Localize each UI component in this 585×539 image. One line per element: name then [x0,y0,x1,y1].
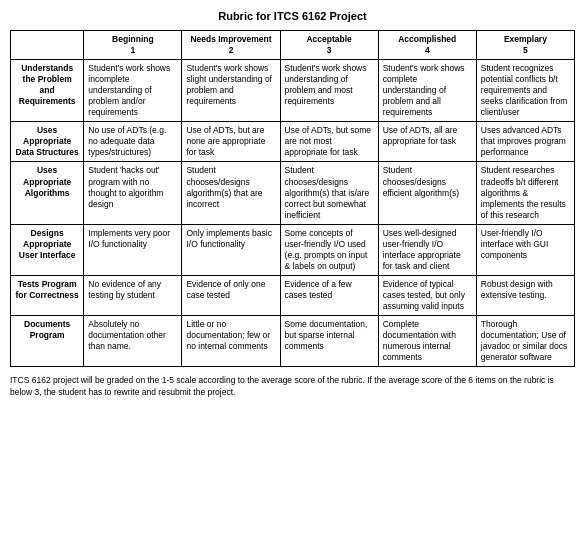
beginning-cell: Implements very poor I/O functionality [84,224,182,275]
accomplished-cell: Uses well-designed user-friendly I/O int… [378,224,476,275]
beginning-cell: No use of ADTs (e.g. no adequate data ty… [84,122,182,162]
beginning-cell: No evidence of any testing by student [84,275,182,315]
criteria-cell: Designs Appropriate User Interface [11,224,84,275]
needs-improvement-cell: Little or no documentation; few or no in… [182,316,280,367]
beginning-cell: Absolutely no documentation other than n… [84,316,182,367]
acceptable-cell: Student chooses/designs algorithm(s) tha… [280,162,378,224]
exemplary-cell: User-friendly I/O interface with GUI com… [476,224,574,275]
table-row: Uses Appropriate AlgorithmsStudent 'hack… [11,162,575,224]
table-row: Uses Appropriate Data StructuresNo use o… [11,122,575,162]
table-row: Understands the Problem and Requirements… [11,60,575,122]
accomplished-cell: Use of ADTs, all are appropriate for tas… [378,122,476,162]
needs-improvement-cell: Only implements basic I/O functionality [182,224,280,275]
needs-improvement-cell: Use of ADTs, but are none are appropriat… [182,122,280,162]
needs-improvement-cell: Student chooses/designs algorithm(s) tha… [182,162,280,224]
table-row: Designs Appropriate User InterfaceImplem… [11,224,575,275]
needs-improvement-cell: Evidence of only one case tested [182,275,280,315]
header-beginning: Beginning1 [84,31,182,60]
rubric-table: Beginning1 Needs Improvement2 Acceptable… [10,30,575,367]
acceptable-cell: Evidence of a few cases tested [280,275,378,315]
table-row: Tests Program for CorrectnessNo evidence… [11,275,575,315]
exemplary-cell: Student recognizes potential conflicts b… [476,60,574,122]
accomplished-cell: Student chooses/designs efficient algori… [378,162,476,224]
exemplary-cell: Uses advanced ADTs that improves program… [476,122,574,162]
header-acceptable: Acceptable3 [280,31,378,60]
exemplary-cell: Student researches tradeoffs b/t differe… [476,162,574,224]
criteria-cell: Documents Program [11,316,84,367]
needs-improvement-cell: Student's work shows slight understandin… [182,60,280,122]
exemplary-cell: Thorough documentation; Use of javadoc o… [476,316,574,367]
criteria-cell: Understands the Problem and Requirements [11,60,84,122]
acceptable-cell: Student's work shows understanding of pr… [280,60,378,122]
header-row: Beginning1 Needs Improvement2 Acceptable… [11,31,575,60]
accomplished-cell: Evidence of typical cases tested, but on… [378,275,476,315]
accomplished-cell: Student's work shows complete understand… [378,60,476,122]
header-needs-improvement: Needs Improvement2 [182,31,280,60]
acceptable-cell: Some concepts of user-friendly I/O used … [280,224,378,275]
acceptable-cell: Use of ADTs, but some are not most appro… [280,122,378,162]
accomplished-cell: Complete documentation with numerous int… [378,316,476,367]
criteria-cell: Uses Appropriate Algorithms [11,162,84,224]
page-title: Rubric for ITCS 6162 Project [10,10,575,22]
beginning-cell: Student's work shows incomplete understa… [84,60,182,122]
footer-note: ITCS 6162 project will be graded on the … [10,375,575,399]
acceptable-cell: Some documentation, but sparse internal … [280,316,378,367]
beginning-cell: Student 'hacks out' program with no thou… [84,162,182,224]
exemplary-cell: Robust design with extensive testing. [476,275,574,315]
header-accomplished: Accomplished4 [378,31,476,60]
criteria-cell: Tests Program for Correctness [11,275,84,315]
header-criteria [11,31,84,60]
header-exemplary: Exemplary5 [476,31,574,60]
table-row: Documents ProgramAbsolutely no documenta… [11,316,575,367]
criteria-cell: Uses Appropriate Data Structures [11,122,84,162]
